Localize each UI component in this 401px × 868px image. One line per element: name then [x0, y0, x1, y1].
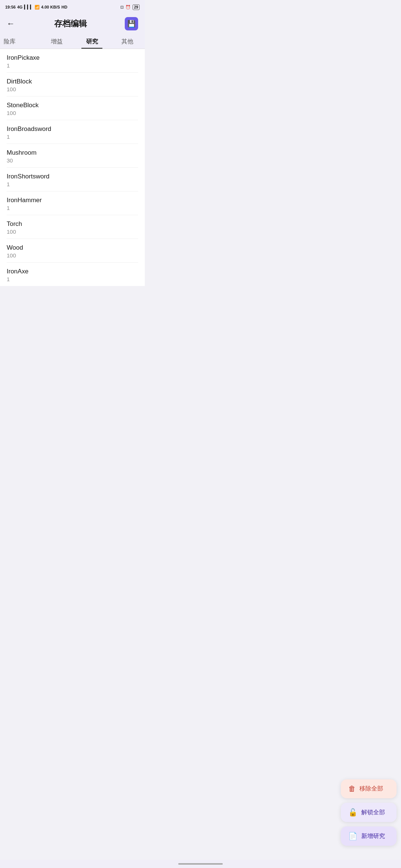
status-network: 4G — [17, 5, 23, 9]
item-name: IronShortsword — [7, 173, 138, 180]
screen-mirror-icon: ⊡ — [120, 5, 124, 10]
list-item[interactable]: IronPickaxe 1 — [7, 49, 138, 73]
item-count: 1 — [7, 276, 138, 282]
item-name: IronHammer — [7, 197, 138, 204]
status-right: ⊡ ⏰ 29 — [120, 4, 140, 10]
item-count: 100 — [7, 86, 138, 92]
item-name: DirtBlock — [7, 78, 138, 85]
status-left: 19:56 4G ▎▎▎ 📶 4.00 KB/S HD — [5, 5, 67, 10]
item-name: Torch — [7, 220, 138, 228]
item-name: IronBroadsword — [7, 125, 138, 133]
alarm-icon: ⏰ — [125, 5, 131, 10]
tab-other[interactable]: 其他 — [110, 34, 145, 49]
status-time: 19:56 — [5, 5, 16, 9]
battery-badge: 29 — [133, 4, 140, 10]
status-wifi: 📶 — [35, 5, 40, 10]
status-quality: HD — [62, 5, 68, 9]
item-count: 1 — [7, 181, 138, 187]
status-bar: 19:56 4G ▎▎▎ 📶 4.00 KB/S HD ⊡ ⏰ 29 — [0, 0, 145, 13]
tab-research[interactable]: 研究 — [74, 34, 110, 49]
list-item[interactable]: Mushroom 30 — [7, 144, 138, 168]
item-name: IronAxe — [7, 268, 138, 275]
list-item[interactable]: IronBroadsword 1 — [7, 120, 138, 144]
item-count: 1 — [7, 205, 138, 211]
page-title: 存档编辑 — [54, 18, 87, 29]
save-icon: 💾 — [127, 20, 136, 28]
list-item[interactable]: IronAxe 1 — [7, 263, 138, 286]
item-count: 100 — [7, 252, 138, 259]
item-count: 1 — [7, 62, 138, 69]
item-count: 100 — [7, 228, 138, 235]
status-speed: 4.00 KB/S — [41, 5, 60, 9]
list-item[interactable]: DirtBlock 100 — [7, 73, 138, 96]
list-item[interactable]: Torch 100 — [7, 215, 138, 239]
item-name: Mushroom — [7, 149, 138, 157]
list-item[interactable]: Wood 100 — [7, 239, 138, 263]
back-button[interactable]: ← — [5, 17, 16, 30]
tab-buff[interactable]: 增益 — [39, 34, 74, 49]
status-signal: ▎▎▎ — [24, 5, 33, 10]
app-bar: ← 存档编辑 💾 — [0, 13, 145, 34]
item-count: 30 — [7, 157, 138, 164]
list-item[interactable]: StoneBlock 100 — [7, 96, 138, 120]
tab-inventory[interactable]: 险库 — [0, 34, 39, 49]
item-name: StoneBlock — [7, 102, 138, 109]
item-list: IronPickaxe 1 DirtBlock 100 StoneBlock 1… — [0, 49, 145, 286]
item-count: 100 — [7, 110, 138, 116]
item-name: Wood — [7, 244, 138, 251]
item-count: 1 — [7, 134, 138, 140]
list-item[interactable]: IronShortsword 1 — [7, 168, 138, 191]
list-item[interactable]: IronHammer 1 — [7, 191, 138, 215]
item-name: IronPickaxe — [7, 54, 138, 62]
tab-bar: 险库 增益 研究 其他 — [0, 34, 145, 49]
save-button[interactable]: 💾 — [125, 17, 138, 30]
